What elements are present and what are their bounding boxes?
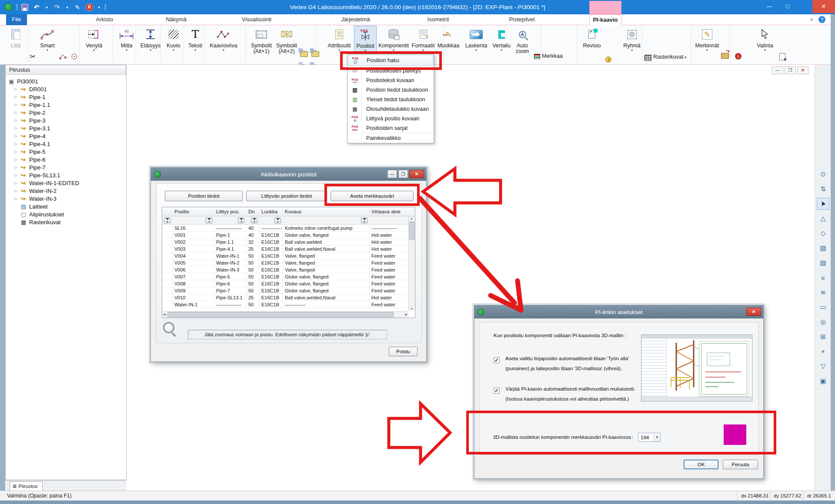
table-row[interactable]: V007 Pipe-5 50 E16C1B Globe valve, flang… [162,273,415,280]
ribbon-tab[interactable]: Isometrit [402,14,474,25]
right-toolbar-button[interactable] [817,272,829,284]
magnifier-icon[interactable] [163,322,176,335]
right-toolbar-button[interactable] [817,257,829,269]
mdi-minimize-button[interactable]: — [772,66,783,74]
quick-access-icon[interactable] [97,3,101,12]
tree-item[interactable]: Rasterikuvat [6,218,126,226]
quick-access-icon[interactable] [73,3,82,12]
polyline-tool-button[interactable] [59,53,67,60]
edit-txt-button[interactable]: ✎ Muokkaa [437,26,460,55]
ribbon-collapse-icon[interactable]: ∧ [810,17,813,22]
col-luokka[interactable]: Luokka [260,209,283,214]
calculation-button[interactable]: Laskenta [464,26,489,55]
dialog1-maximize-button[interactable]: ❐ [398,170,408,178]
tree-item[interactable]: Water-IN-3 [6,195,126,202]
quick-access-icon[interactable] [86,3,93,11]
expander-icon[interactable] [14,173,21,177]
right-toolbar-button[interactable] [817,286,829,298]
expander-icon[interactable] [14,149,21,154]
revision-info-button[interactable]: i [605,56,611,63]
distance-button[interactable]: Etäisyys [139,26,162,55]
table-row[interactable]: V002 Pipe-1.1 32 E16C1B Ball valve,welde… [162,239,415,245]
menu-item[interactable]: Positioiden sarjat [348,123,433,133]
tree-item[interactable]: Pipe-4 [6,132,126,140]
window-minimize-button[interactable]: — [760,0,778,13]
col-positio[interactable]: Positio [173,209,214,214]
expander-icon[interactable] [14,142,21,146]
dialog1-close-icon[interactable]: ✕ [409,170,424,178]
tree-item[interactable]: Pipe-1.1 [6,101,126,109]
scrollbar-thumb[interactable] [409,222,414,240]
quick-access-icon[interactable] [32,3,41,12]
expander-icon[interactable] [14,110,21,115]
expander-icon[interactable] [14,87,21,91]
expander-icon[interactable] [14,165,21,169]
mark-button-icon[interactable] [534,54,540,59]
quick-access-icon[interactable] [17,4,17,10]
autozoom-button[interactable]: A Auto zoom [512,26,532,55]
page-settings-button[interactable] [779,53,785,60]
tree-item[interactable]: Pipe-6 [6,156,126,163]
right-toolbar-button[interactable] [817,301,829,313]
auto-status-checkbox[interactable]: ✓ [494,357,500,363]
window-maximize-button[interactable]: □ [778,0,797,13]
table-row[interactable]: V008 Pipe-6 50 E16C1B Globe valve, flang… [162,280,415,287]
right-toolbar-button[interactable] [817,375,829,387]
dialog1-minimize-button[interactable]: — [387,170,397,178]
ribbon-tab[interactable]: Arkisto [74,14,135,25]
right-toolbar-button[interactable] [817,242,829,254]
ribbon-tab[interactable]: Visualisointi [215,14,298,25]
table-row[interactable]: V003 Pipe-4.1 25 E16C1B Ball valve,welde… [162,245,415,252]
scrollbar-thumb[interactable] [167,312,394,317]
quick-access-icon[interactable] [65,3,69,12]
filter-funnel-icon[interactable] [274,218,281,223]
formats-button[interactable]: Formaatit [411,26,436,55]
markup-info-button[interactable]: i [735,53,741,60]
components-button[interactable]: Komponentit [377,26,410,55]
tree-item[interactable]: Laitteet [6,202,126,210]
tab-piirustus[interactable]: Piirustus [10,481,43,491]
expander-icon[interactable] [14,189,21,193]
ok-button[interactable]: OK [684,460,718,469]
tree-item[interactable]: Pipe-7 [6,163,126,171]
tree-item[interactable]: PI30001 [6,77,126,85]
raster-images-label[interactable]: Rasterikuvat [653,54,687,60]
linked-position-info-button[interactable]: Liittyvän position tiedot [246,191,327,201]
dialog2-close-icon[interactable]: ✕ [746,308,761,316]
right-toolbar-button[interactable] [817,212,829,225]
symbol-folder-3-button[interactable]: 3 [300,51,308,57]
symbols-alt1-button[interactable]: Symbolit (Alt+1) [249,26,274,55]
auto-color-checkbox[interactable]: ✓ [494,388,500,394]
quick-access-icon[interactable] [45,3,49,12]
right-toolbar-button[interactable] [817,227,829,239]
table-row[interactable]: V005 Water-IN-2 50 E16C1B Valve, flanged… [162,259,415,266]
expander-icon[interactable] [14,95,21,99]
dialog2-title-bar[interactable]: PI-linkin asetukset ✕ [474,305,763,318]
table-row[interactable]: V009 Pipe-7 50 E16C1B Globe valve, flang… [162,287,415,294]
col-virtaava-aine[interactable]: Virtaava aine [370,209,409,214]
window-close-button[interactable]: ✕ [812,0,835,13]
table-row[interactable]: V010 Pipe-SL13.1 25 E16C1B Ball valve,we… [162,294,415,301]
ribbon-tab[interactable]: PI-kaavio [589,14,621,25]
tree-item[interactable]: Alipiirustukset [6,210,126,218]
filter-funnel-icon[interactable] [238,218,244,223]
group-button[interactable]: Ryhmä [622,26,642,55]
stretch-button[interactable]: Venytä [83,26,105,55]
exit-button[interactable]: Poistu [389,347,418,356]
dialog1-title-bar[interactable]: Aktiivikaavion positiot — ❐ ✕ [151,168,426,181]
expander-icon[interactable] [14,103,21,107]
expander-icon[interactable] [14,118,21,123]
right-toolbar-button[interactable] [817,331,829,343]
menu-item[interactable]: Position tiedot taulukkoon [348,85,433,95]
tree-item[interactable]: Pipe-1 [6,93,126,101]
tree-item[interactable]: Water-IN-2 [6,187,126,195]
right-toolbar-button[interactable] [817,198,829,210]
cancel-button[interactable]: Peruuta [723,460,758,469]
expander-icon[interactable] [14,134,21,138]
dimension-button[interactable]: 45 Mitta [114,26,139,55]
expander-icon[interactable] [14,196,21,201]
attributes-button[interactable]: Attribuutit [325,26,353,55]
position-info-button[interactable]: Position tiedot [165,191,243,201]
table-vertical-scrollbar[interactable] [408,216,415,311]
filter-funnel-icon[interactable] [361,218,367,223]
